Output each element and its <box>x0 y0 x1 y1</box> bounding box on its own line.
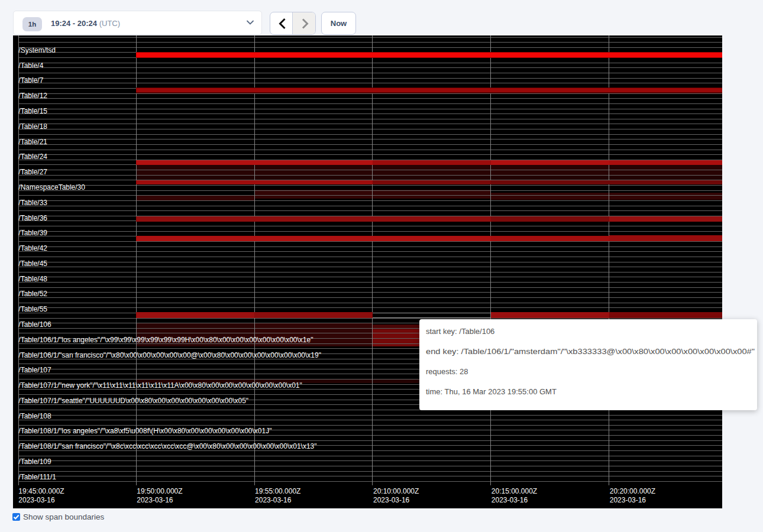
svg-text:/Table/107/1/"seattle"/"UUUUUU: /Table/107/1/"seattle"/"UUUUUUD\x00\x80\… <box>18 396 248 404</box>
svg-text:/Table/108: /Table/108 <box>18 411 51 420</box>
svg-text:/Table/12: /Table/12 <box>18 92 47 100</box>
svg-text:/Table/48: /Table/48 <box>18 274 47 283</box>
svg-text:/Table/33: /Table/33 <box>18 198 47 206</box>
svg-text:2023-03-16: 2023-03-16 <box>373 495 410 504</box>
svg-text:/NamespaceTable/30: /NamespaceTable/30 <box>18 183 85 191</box>
svg-text:/Table/36: /Table/36 <box>18 213 47 222</box>
svg-text:/Table/106/1/"los angeles"/"\x: /Table/106/1/"los angeles"/"\x99\x99\x99… <box>18 335 313 343</box>
svg-text:20:20:00.000Z: 20:20:00.000Z <box>610 486 655 495</box>
svg-text:/Table/42: /Table/42 <box>18 244 47 252</box>
svg-text:/Table/108/1/"los angeles"/"\x: /Table/108/1/"los angeles"/"\xa8\xf5\u00… <box>18 427 271 435</box>
svg-text:/Table/52: /Table/52 <box>18 290 47 298</box>
svg-text:2023-03-16: 2023-03-16 <box>255 495 292 504</box>
svg-text:/Table/55: /Table/55 <box>18 305 47 313</box>
svg-text:2023-03-16: 2023-03-16 <box>492 495 528 504</box>
svg-text:/Table/39: /Table/39 <box>18 229 47 237</box>
svg-text:20:10:00.000Z: 20:10:00.000Z <box>373 486 419 495</box>
svg-text:2023-03-16: 2023-03-16 <box>18 495 55 504</box>
svg-text:19:45:00.000Z: 19:45:00.000Z <box>18 486 64 495</box>
svg-text:2023-03-16: 2023-03-16 <box>610 495 646 504</box>
svg-text:/Table/108/1/"san francisco"/": /Table/108/1/"san francisco"/"\x8c\xcc\x… <box>18 442 316 450</box>
svg-text:/Table/4: /Table/4 <box>18 61 43 69</box>
svg-text:19:50:00.000Z: 19:50:00.000Z <box>137 486 182 495</box>
svg-text:/Table/45: /Table/45 <box>18 259 47 267</box>
svg-text:/Table/107/1/"new york"/"\x11\: /Table/107/1/"new york"/"\x11\x11\x11\x1… <box>18 381 302 390</box>
svg-text:19:55:00.000Z: 19:55:00.000Z <box>255 486 300 495</box>
svg-text:/Table/107: /Table/107 <box>18 366 51 374</box>
svg-text:/Table/27: /Table/27 <box>18 168 47 176</box>
svg-text:/Table/109: /Table/109 <box>18 458 51 466</box>
svg-text:20:15:00.000Z: 20:15:00.000Z <box>492 486 537 495</box>
svg-text:/Table/106/1/"san francisco"/": /Table/106/1/"san francisco"/"\x80\x00\x… <box>18 351 321 359</box>
svg-text:/Table/15: /Table/15 <box>18 107 47 115</box>
svg-text:2023-03-16: 2023-03-16 <box>137 495 173 504</box>
svg-text:/Table/7: /Table/7 <box>18 76 43 85</box>
svg-text:/Table/21: /Table/21 <box>18 137 47 145</box>
svg-text:/Table/111/1: /Table/111/1 <box>18 472 56 481</box>
svg-text:/System/tsd: /System/tsd <box>18 46 56 54</box>
svg-text:/Table/18: /Table/18 <box>18 122 47 130</box>
svg-text:/Table/24: /Table/24 <box>18 153 47 161</box>
svg-text:/Table/106: /Table/106 <box>18 320 51 328</box>
